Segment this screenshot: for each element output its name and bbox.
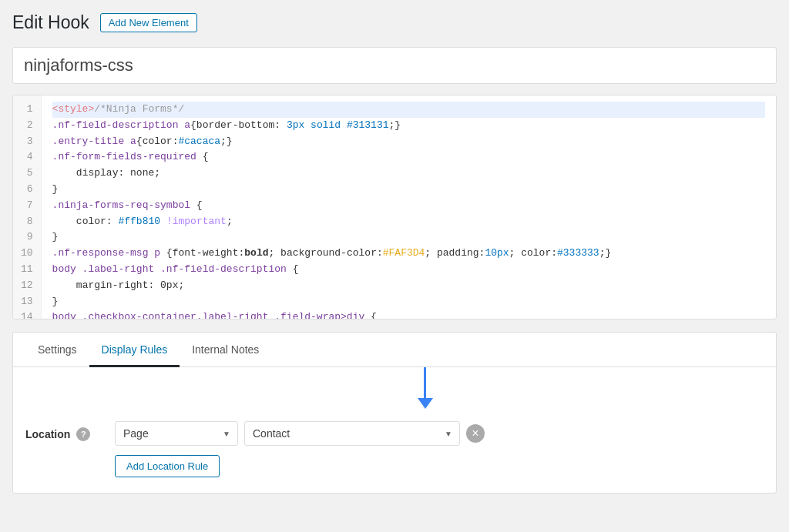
bottom-panel: SettingsDisplay RulesInternal Notes Loca…: [12, 332, 777, 494]
line-numbers: 1234567891011121314151617: [13, 95, 42, 319]
page-header: Edit Hook Add New Element: [12, 12, 777, 33]
arrow-head: [418, 398, 433, 409]
contact-select[interactable]: Contact About Home Blog: [244, 421, 460, 446]
location-row: Location ? Page Post Category Custom: [25, 421, 764, 477]
tab-display-rules[interactable]: Display Rules: [89, 333, 180, 367]
help-icon[interactable]: ?: [76, 427, 90, 441]
tab-internal-notes[interactable]: Internal Notes: [180, 333, 271, 367]
arrow-shaft: [424, 367, 426, 398]
code-line: }: [52, 229, 765, 246]
hook-name-input[interactable]: [12, 47, 777, 84]
display-rules-content: Location ? Page Post Category Custom: [13, 367, 776, 493]
code-editor[interactable]: 1234567891011121314151617 <style>/*Ninja…: [13, 95, 776, 319]
code-line: }: [52, 294, 765, 310]
page-select-wrap: Page Post Category Custom: [115, 421, 238, 446]
arrow-indicator: [418, 367, 433, 409]
code-line: .nf-form-fields-required {: [52, 149, 765, 166]
add-location-rule-button[interactable]: Add Location Rule: [115, 455, 220, 477]
location-label: Location: [25, 428, 70, 440]
code-line: margin-right: 0px;: [52, 278, 765, 294]
location-controls: Page Post Category Custom Contact About …: [115, 421, 764, 477]
page-title: Edit Hook: [12, 12, 89, 33]
code-content[interactable]: <style>/*Ninja Forms*/.nf-field-descript…: [42, 95, 776, 319]
code-line: display: none;: [52, 166, 765, 182]
code-line: }: [52, 182, 765, 198]
location-label-wrap: Location ?: [25, 421, 102, 441]
page-select[interactable]: Page Post Category Custom: [115, 421, 238, 446]
code-line: .nf-response-msg p {font-weight:bold; ba…: [52, 246, 765, 262]
dropdowns-row: Page Post Category Custom Contact About …: [115, 421, 764, 446]
code-line: .ninja-forms-req-symbol {: [52, 198, 765, 214]
code-line: .nf-field-description a{border-bottom: 3…: [52, 118, 765, 134]
tabs-bar: SettingsDisplay RulesInternal Notes: [13, 333, 776, 367]
tab-settings[interactable]: Settings: [25, 333, 89, 367]
contact-select-wrap: Contact About Home Blog: [244, 421, 460, 446]
remove-rule-button[interactable]: ×: [466, 424, 485, 443]
code-line: body .label-right .nf-field-description …: [52, 262, 765, 278]
code-line: <style>/*Ninja Forms*/: [52, 102, 765, 118]
code-line: body .checkbox-container.label-right .fi…: [52, 309, 765, 319]
code-editor-wrap: 1234567891011121314151617 <style>/*Ninja…: [12, 95, 777, 320]
page-wrap: Edit Hook Add New Element 12345678910111…: [0, 0, 789, 506]
code-line: color: #ffb810 !important;: [52, 214, 765, 230]
add-new-element-button[interactable]: Add New Element: [100, 13, 197, 32]
code-line: .entry-title a{color:#cacaca;}: [52, 134, 765, 150]
